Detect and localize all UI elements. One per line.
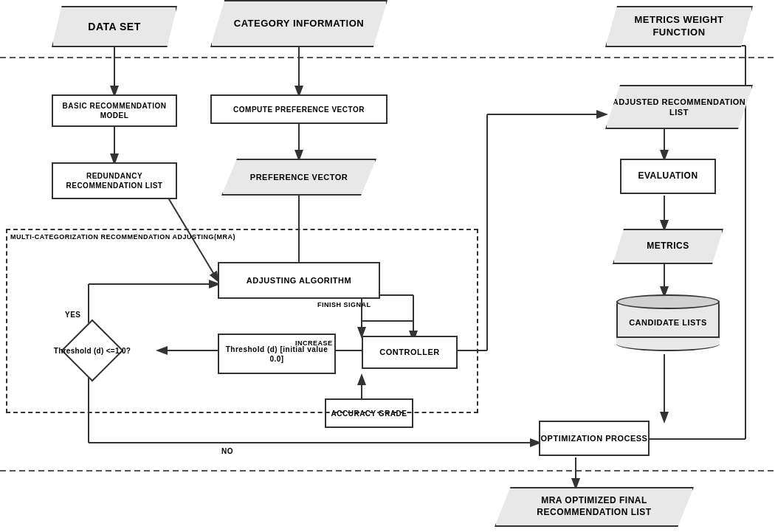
mra-label: MULTI-CATEGORIZATION RECOMMENDATION ADJU… xyxy=(10,233,235,242)
compute-pref-vector: COMPUTE PREFERENCE VECTOR xyxy=(210,94,388,124)
dataset-header: DATA SET xyxy=(52,6,177,47)
metrics: METRICS xyxy=(613,229,723,264)
category-info-header: CATEGORY INFORMATION xyxy=(210,0,388,47)
mra-final: MRA OPTIMIZED FINAL RECOMMENDATION LIST xyxy=(495,487,694,527)
threshold-diamond-container: Threshold (d) <=1.0? xyxy=(44,325,140,376)
optimization-process: OPTIMIZATION PROCESS xyxy=(539,421,650,456)
redundancy-rec-list: REDUNDANCY RECOMMENDATION LIST xyxy=(52,162,177,199)
adjusted-rec-list: ADJUSTED RECOMMENDATION LIST xyxy=(605,85,753,129)
mra-dashed-box xyxy=(6,229,478,413)
increase-label: INCREASE xyxy=(295,339,333,348)
metrics-weight-header: METRICS WEIGHT FUNCTION xyxy=(605,6,753,47)
preference-vector: PREFERENCE VECTOR xyxy=(221,159,376,196)
candidate-lists: CANDIDATE LISTS xyxy=(616,299,720,347)
evaluation: EVALUATION xyxy=(620,159,716,194)
no-label: NO xyxy=(221,446,233,456)
threshold-diamond-label: Threshold (d) <=1.0? xyxy=(54,346,131,356)
flowchart-diagram: MULTI-CATEGORIZATION RECOMMENDATION ADJU… xyxy=(0,0,775,532)
basic-rec-model: BASIC RECOMMENDATION MODEL xyxy=(52,94,177,127)
